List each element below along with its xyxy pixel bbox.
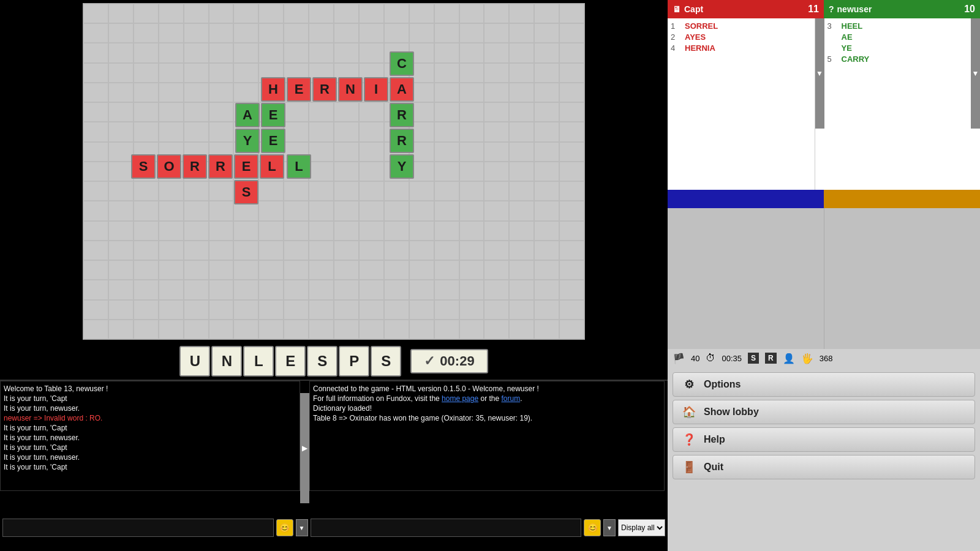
board-cell[interactable] bbox=[359, 142, 384, 162]
board-cell[interactable] bbox=[334, 23, 359, 43]
board-cell[interactable] bbox=[159, 181, 184, 201]
board-cell[interactable] bbox=[284, 320, 309, 339]
board-cell[interactable] bbox=[258, 320, 284, 339]
board-cell[interactable] bbox=[359, 300, 384, 320]
board-cell[interactable] bbox=[334, 4, 359, 23]
board-cell[interactable] bbox=[209, 181, 234, 201]
board-cell[interactable] bbox=[459, 122, 484, 141]
board-cell[interactable] bbox=[409, 300, 434, 320]
board-cell[interactable] bbox=[509, 4, 534, 23]
board-cell[interactable] bbox=[209, 23, 234, 43]
board-cell[interactable] bbox=[509, 221, 534, 241]
board-cell[interactable] bbox=[258, 4, 284, 23]
board-cell[interactable] bbox=[284, 221, 309, 241]
board-cell[interactable] bbox=[459, 142, 484, 162]
newuser-scroll[interactable]: ▼ bbox=[971, 18, 980, 129]
board-cell[interactable] bbox=[83, 23, 108, 43]
board-cell[interactable] bbox=[134, 63, 159, 83]
board-cell[interactable] bbox=[534, 181, 559, 201]
board-cell[interactable] bbox=[459, 201, 484, 220]
board-cell[interactable] bbox=[258, 300, 284, 320]
board-cell[interactable] bbox=[459, 4, 484, 23]
board-cell[interactable] bbox=[359, 280, 384, 299]
board-cell[interactable] bbox=[134, 201, 159, 220]
chat-right-input[interactable] bbox=[311, 519, 582, 537]
board-cell[interactable] bbox=[209, 320, 234, 339]
board-cell[interactable] bbox=[334, 201, 359, 220]
board-cell[interactable] bbox=[434, 300, 459, 320]
board-cell[interactable] bbox=[209, 102, 234, 122]
board-cell[interactable] bbox=[434, 122, 459, 141]
chat-expand-arrow[interactable]: ▶ bbox=[300, 393, 309, 503]
board-cell[interactable] bbox=[184, 280, 209, 299]
board-cell[interactable] bbox=[83, 260, 108, 280]
quit-button[interactable]: 🚪 Quit bbox=[673, 455, 975, 479]
board-cell[interactable] bbox=[559, 122, 584, 141]
board-cell[interactable] bbox=[284, 23, 309, 43]
emoji-btn-left[interactable]: 😊 bbox=[276, 519, 293, 536]
options-button[interactable]: ⚙ Options bbox=[673, 372, 975, 397]
board-cell[interactable] bbox=[309, 280, 334, 299]
board-cell[interactable] bbox=[559, 320, 584, 339]
board-cell[interactable] bbox=[334, 122, 359, 141]
board-cell[interactable] bbox=[134, 102, 159, 122]
board-cell[interactable] bbox=[284, 43, 309, 62]
board-cell[interactable] bbox=[233, 23, 258, 43]
board-tile[interactable]: S bbox=[131, 154, 156, 179]
player-rack[interactable]: UNLESPS bbox=[179, 346, 401, 377]
board-cell[interactable] bbox=[209, 280, 234, 299]
board-cell[interactable] bbox=[534, 63, 559, 83]
board-cell[interactable] bbox=[459, 300, 484, 320]
board-cell[interactable] bbox=[509, 23, 534, 43]
board-cell[interactable] bbox=[284, 300, 309, 320]
shuffle-icon[interactable]: S bbox=[748, 353, 759, 364]
board-cell[interactable] bbox=[409, 23, 434, 43]
board-cell[interactable] bbox=[233, 43, 258, 62]
chat-left[interactable]: Welcome to Table 13, newuser !It is your… bbox=[0, 381, 300, 491]
board-cell[interactable] bbox=[559, 280, 584, 299]
emoji-dropdown-right[interactable]: ▼ bbox=[603, 519, 616, 536]
board-cell[interactable] bbox=[484, 102, 509, 122]
board-tile[interactable]: R bbox=[390, 103, 414, 127]
board-cell[interactable] bbox=[83, 201, 108, 220]
board-cell[interactable] bbox=[509, 280, 534, 299]
board-cell[interactable] bbox=[108, 43, 134, 62]
board-tile[interactable]: I bbox=[364, 77, 388, 102]
board-cell[interactable] bbox=[134, 122, 159, 141]
board-cell[interactable] bbox=[434, 63, 459, 83]
board-cell[interactable] bbox=[434, 280, 459, 299]
board-cell[interactable] bbox=[334, 142, 359, 162]
board-cell[interactable] bbox=[484, 280, 509, 299]
board-cell[interactable] bbox=[484, 43, 509, 62]
board-cell[interactable] bbox=[83, 162, 108, 181]
board-cell[interactable] bbox=[384, 280, 409, 299]
board-cell[interactable] bbox=[309, 300, 334, 320]
board-cell[interactable] bbox=[459, 23, 484, 43]
board-cell[interactable] bbox=[184, 43, 209, 62]
board-cell[interactable] bbox=[209, 241, 234, 260]
board-cell[interactable] bbox=[534, 241, 559, 260]
board-cell[interactable] bbox=[384, 320, 409, 339]
board-cell[interactable] bbox=[559, 23, 584, 43]
board-tile[interactable]: E bbox=[234, 154, 258, 179]
board-cell[interactable] bbox=[184, 181, 209, 201]
board-cell[interactable] bbox=[184, 201, 209, 220]
board-cell[interactable] bbox=[434, 241, 459, 260]
board-cell[interactable] bbox=[459, 280, 484, 299]
board-cell[interactable] bbox=[209, 83, 234, 102]
board-cell[interactable] bbox=[559, 43, 584, 62]
board-cell[interactable] bbox=[459, 63, 484, 83]
board-cell[interactable] bbox=[284, 260, 309, 280]
board-cell[interactable] bbox=[359, 241, 384, 260]
board-cell[interactable] bbox=[83, 300, 108, 320]
board-cell[interactable] bbox=[534, 280, 559, 299]
board-cell[interactable] bbox=[484, 260, 509, 280]
board-cell[interactable] bbox=[284, 241, 309, 260]
board-cell[interactable] bbox=[309, 23, 334, 43]
board-cell[interactable] bbox=[184, 23, 209, 43]
board-cell[interactable] bbox=[359, 260, 384, 280]
board-cell[interactable] bbox=[83, 63, 108, 83]
board-cell[interactable] bbox=[459, 181, 484, 201]
board-cell[interactable] bbox=[484, 300, 509, 320]
board-cell[interactable] bbox=[108, 181, 134, 201]
